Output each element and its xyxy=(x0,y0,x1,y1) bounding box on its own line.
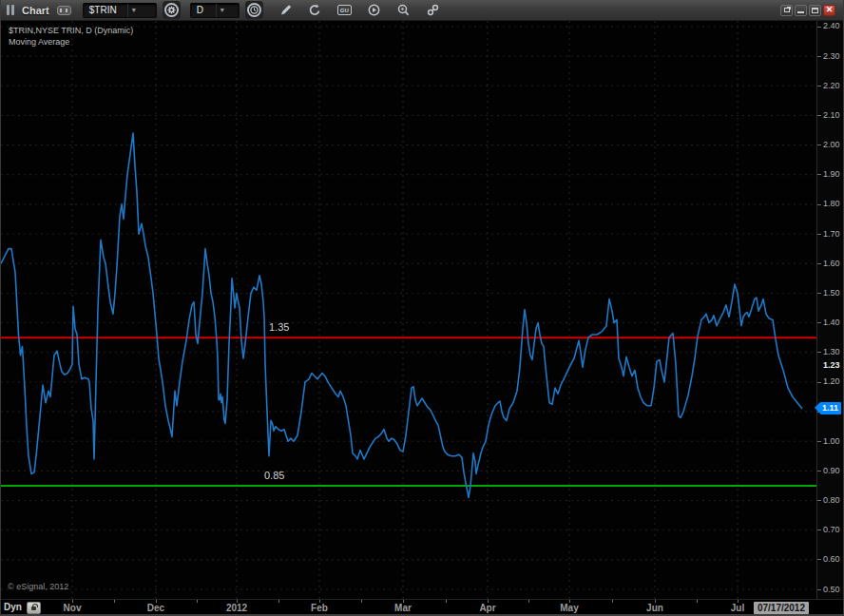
clock-icon xyxy=(247,3,261,17)
window-controls xyxy=(780,5,835,16)
zoom-button[interactable] xyxy=(394,1,412,19)
scale-lock-button[interactable] xyxy=(27,602,41,614)
symbol-link-button[interactable] xyxy=(424,1,442,19)
x-axis-label: Jul xyxy=(719,603,757,613)
refresh-icon xyxy=(308,4,321,16)
link-icon xyxy=(427,4,439,16)
moving-average-value-label: 1.23 xyxy=(823,360,840,370)
y-axis-label: 0.90 xyxy=(817,466,840,475)
copyright-label: © eSignal, 2012 xyxy=(8,582,68,591)
x-axis-tick xyxy=(237,600,238,603)
replay-button[interactable] xyxy=(365,1,383,19)
x-axis-label: Nov xyxy=(53,603,91,613)
chevron-down-icon[interactable] xyxy=(216,4,228,17)
x-axis-tick xyxy=(114,600,115,603)
toolbar: Chart $TRIN D xyxy=(1,0,843,21)
y-axis-label: 2.10 xyxy=(817,110,840,120)
x-axis-tick xyxy=(156,600,157,603)
gear-icon xyxy=(164,3,179,17)
x-axis-tick xyxy=(446,600,447,603)
hline-annotation[interactable]: 1.35 xyxy=(269,321,289,333)
y-axis-label: 1.40 xyxy=(817,318,840,327)
maximize-icon xyxy=(812,8,818,13)
y-axis-label: 2.40 xyxy=(817,21,840,30)
x-axis-tick xyxy=(403,600,404,603)
pencil-icon xyxy=(279,4,292,16)
restore-window-icon xyxy=(784,8,790,12)
x-axis-tick xyxy=(72,600,73,603)
hline-annotation[interactable]: 0.85 xyxy=(264,470,284,481)
draw-tool-button[interactable] xyxy=(277,1,295,19)
y-axis-label: 1.50 xyxy=(817,288,840,298)
interval-value: D xyxy=(191,5,216,15)
close-icon xyxy=(826,6,834,14)
chevron-down-icon[interactable] xyxy=(127,4,140,17)
dynamic-mode-label: Dyn xyxy=(4,602,22,612)
y-axis-label: 2.00 xyxy=(817,140,840,149)
lock-icon xyxy=(31,606,36,610)
price-axis[interactable]: 0.500.600.700.800.901.001.101.201.301.40… xyxy=(816,21,844,599)
play-icon xyxy=(368,4,380,16)
y-axis-label: 0.60 xyxy=(817,554,840,564)
magnifier-icon xyxy=(397,4,410,16)
maximize-button[interactable] xyxy=(809,5,821,16)
close-button[interactable] xyxy=(823,5,835,16)
x-axis-tick xyxy=(361,600,362,603)
y-axis-label: 1.90 xyxy=(817,169,840,179)
x-axis-label: 2012 xyxy=(218,603,256,613)
chart-layout-badge xyxy=(57,6,71,15)
restore-window-button[interactable] xyxy=(780,5,793,16)
y-axis-label: 0.50 xyxy=(817,585,840,594)
x-axis-tick xyxy=(278,600,279,603)
y-axis-label: 1.70 xyxy=(817,229,840,239)
y-axis-label: 1.60 xyxy=(817,259,840,268)
y-axis-label: 0.70 xyxy=(817,525,840,534)
minimize-icon xyxy=(797,11,804,13)
window-handle-icon xyxy=(7,5,14,15)
minimize-button[interactable] xyxy=(795,5,807,16)
x-axis-tick xyxy=(319,600,320,603)
reload-button[interactable] xyxy=(306,1,324,19)
data-window-icon: GU xyxy=(337,5,352,15)
x-axis-label: Dec xyxy=(137,603,175,613)
chart-legend: $TRIN,NYSE TRIN, D (Dynamic)Moving Avera… xyxy=(9,25,133,48)
chart-area: $TRIN,NYSE TRIN, D (Dynamic)Moving Avera… xyxy=(1,21,844,599)
x-axis-label: May xyxy=(550,603,588,613)
x-axis-tick xyxy=(697,600,698,603)
x-axis-label: Apr xyxy=(469,603,507,613)
y-axis-label: 0.80 xyxy=(817,495,840,505)
y-axis-label: 2.30 xyxy=(817,51,840,61)
chart-canvas[interactable] xyxy=(1,21,818,599)
x-axis-tick xyxy=(569,600,570,603)
y-axis-label: 1.30 xyxy=(817,347,840,356)
price-chart-plot[interactable] xyxy=(1,21,818,603)
x-axis-label: Jun xyxy=(636,603,674,613)
x-axis-tick xyxy=(655,600,656,603)
x-axis-tick xyxy=(488,600,489,603)
y-axis-label: 2.20 xyxy=(817,81,840,90)
y-axis-label: 1.00 xyxy=(817,436,840,446)
price-line-series xyxy=(1,133,802,497)
x-axis-label: Feb xyxy=(300,603,338,613)
symbol-combo[interactable]: $TRIN xyxy=(83,3,157,18)
study-label: Moving Average xyxy=(9,36,133,48)
x-axis-tick xyxy=(738,600,738,603)
last-price-tag: 1.11 xyxy=(820,402,841,414)
interval-button[interactable] xyxy=(245,1,263,19)
date-axis[interactable]: Dyn 07/17/2012 NovDec2012FebMarAprMayJun… xyxy=(1,599,844,616)
symbol-description: $TRIN,NYSE TRIN, D (Dynamic) xyxy=(9,25,133,36)
x-axis-tick xyxy=(528,600,529,603)
data-window-button[interactable]: GU xyxy=(336,1,354,19)
symbol-search-button[interactable] xyxy=(163,1,181,19)
last-date-label: 07/17/2012 xyxy=(754,602,809,614)
interval-combo[interactable]: D xyxy=(190,3,240,18)
chart-window: Chart $TRIN D xyxy=(0,0,844,616)
symbol-value: $TRIN xyxy=(84,5,127,15)
x-axis-tick xyxy=(197,600,198,603)
window-title: Chart xyxy=(22,5,49,16)
y-axis-label: 1.20 xyxy=(817,376,840,386)
y-axis-label: 1.80 xyxy=(817,199,840,208)
x-axis-label: Mar xyxy=(384,603,422,613)
x-axis-tick xyxy=(612,600,613,603)
